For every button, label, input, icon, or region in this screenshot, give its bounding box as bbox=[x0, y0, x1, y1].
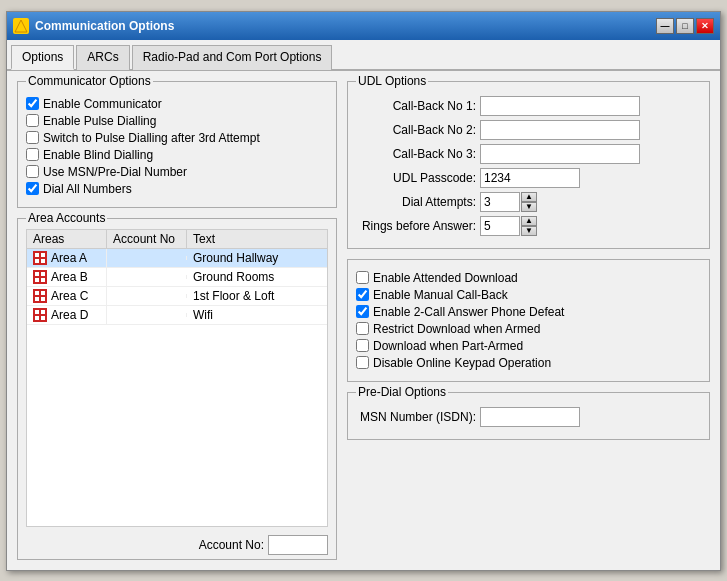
tab-arcs[interactable]: ARCs bbox=[76, 45, 129, 70]
account-no-label: Account No: bbox=[199, 538, 264, 552]
account-cell bbox=[107, 256, 187, 260]
account-cell bbox=[107, 275, 187, 279]
area-accounts-group: Area Accounts Areas Account No Text Area… bbox=[17, 218, 337, 560]
svg-marker-0 bbox=[15, 20, 27, 32]
enable-pulse-label: Enable Pulse Dialling bbox=[43, 114, 156, 128]
callback1-input[interactable] bbox=[480, 96, 640, 116]
table-row[interactable]: Area D Wifi bbox=[27, 306, 327, 325]
enable-comm-label: Enable Communicator bbox=[43, 97, 162, 111]
account-cell bbox=[107, 313, 187, 317]
udl-passcode-input[interactable] bbox=[480, 168, 580, 188]
checkbox-enable-attended: Enable Attended Download bbox=[356, 271, 701, 285]
msn-checkbox[interactable] bbox=[26, 165, 39, 178]
col-header-areas: Areas bbox=[27, 230, 107, 248]
window-title: Communication Options bbox=[35, 19, 174, 33]
download-parmed-label: Download when Part-Armed bbox=[373, 339, 523, 353]
text-cell: Ground Hallway bbox=[187, 249, 327, 267]
checkbox-disable-keypad: Disable Online Keypad Operation bbox=[356, 356, 701, 370]
dial-all-checkbox[interactable] bbox=[26, 182, 39, 195]
area-icon bbox=[33, 308, 47, 322]
checkbox-enable-2call: Enable 2-Call Answer Phone Defeat bbox=[356, 305, 701, 319]
checkbox-enable-comm: Enable Communicator bbox=[26, 97, 328, 111]
svg-rect-19 bbox=[35, 316, 39, 320]
maximize-button[interactable]: □ bbox=[676, 18, 694, 34]
checkbox-download-parmed: Download when Part-Armed bbox=[356, 339, 701, 353]
communicator-options-label: Communicator Options bbox=[26, 74, 153, 88]
dial-attempts-input[interactable] bbox=[480, 192, 520, 212]
enable-attended-checkbox[interactable] bbox=[356, 271, 369, 284]
minimize-button[interactable]: — bbox=[656, 18, 674, 34]
area-cell: Area C bbox=[27, 287, 107, 305]
svg-rect-3 bbox=[41, 253, 45, 257]
col-header-account: Account No bbox=[107, 230, 187, 248]
svg-rect-20 bbox=[41, 316, 45, 320]
svg-rect-2 bbox=[35, 253, 39, 257]
disable-keypad-checkbox[interactable] bbox=[356, 356, 369, 369]
rings-before-input[interactable] bbox=[480, 216, 520, 236]
text-cell: 1st Floor & Loft bbox=[187, 287, 327, 305]
enable-comm-checkbox[interactable] bbox=[26, 97, 39, 110]
rings-before-row: Rings before Answer: ▲ ▼ bbox=[356, 216, 701, 236]
area-cell: Area A bbox=[27, 249, 107, 267]
text-cell: Ground Rooms bbox=[187, 268, 327, 286]
predial-options-group: Pre-Dial Options MSN Number (ISDN): bbox=[347, 392, 710, 440]
enable-pulse-checkbox[interactable] bbox=[26, 114, 39, 127]
callback1-row: Call-Back No 1: bbox=[356, 96, 701, 116]
enable-manual-label: Enable Manual Call-Back bbox=[373, 288, 508, 302]
account-no-input[interactable] bbox=[268, 535, 328, 555]
col-header-text: Text bbox=[187, 230, 327, 248]
svg-rect-7 bbox=[35, 272, 39, 276]
rings-before-spinner: ▲ ▼ bbox=[480, 216, 537, 236]
content-area: Communicator Options Enable Communicator… bbox=[7, 71, 720, 570]
blind-dialling-checkbox[interactable] bbox=[26, 148, 39, 161]
checkbox-blind-dialling: Enable Blind Dialling bbox=[26, 148, 328, 162]
area-cell: Area B bbox=[27, 268, 107, 286]
checkbox-switch-pulse: Switch to Pulse Dialling after 3rd Attem… bbox=[26, 131, 328, 145]
msn-row: MSN Number (ISDN): bbox=[356, 407, 701, 427]
table-row[interactable]: Area A Ground Hallway bbox=[27, 249, 327, 268]
rings-before-down-btn[interactable]: ▼ bbox=[521, 226, 537, 236]
area-icon bbox=[33, 251, 47, 265]
close-button[interactable]: ✕ bbox=[696, 18, 714, 34]
msn-number-input[interactable] bbox=[480, 407, 580, 427]
main-window: Communication Options — □ ✕ Options ARCs… bbox=[6, 11, 721, 571]
checkbox-enable-pulse: Enable Pulse Dialling bbox=[26, 114, 328, 128]
download-parmed-checkbox[interactable] bbox=[356, 339, 369, 352]
table-row[interactable]: Area B Ground Rooms bbox=[27, 268, 327, 287]
enable-manual-checkbox[interactable] bbox=[356, 288, 369, 301]
area-accounts-table: Areas Account No Text Area A Ground Hall… bbox=[26, 229, 328, 527]
account-no-row: Account No: bbox=[18, 531, 336, 559]
svg-rect-8 bbox=[41, 272, 45, 276]
svg-rect-15 bbox=[41, 297, 45, 301]
account-cell bbox=[107, 294, 187, 298]
tab-radio-pad[interactable]: Radio-Pad and Com Port Options bbox=[132, 45, 333, 70]
text-cell: Wifi bbox=[187, 306, 327, 324]
restrict-download-label: Restrict Download when Armed bbox=[373, 322, 540, 336]
disable-keypad-label: Disable Online Keypad Operation bbox=[373, 356, 551, 370]
dial-attempts-row: Dial Attempts: ▲ ▼ bbox=[356, 192, 701, 212]
enable-attended-label: Enable Attended Download bbox=[373, 271, 518, 285]
table-row[interactable]: Area C 1st Floor & Loft bbox=[27, 287, 327, 306]
title-bar-controls: — □ ✕ bbox=[656, 18, 714, 34]
svg-rect-5 bbox=[41, 259, 45, 263]
udl-options-group: UDL Options Call-Back No 1: Call-Back No… bbox=[347, 81, 710, 249]
dial-attempts-spinner-btns: ▲ ▼ bbox=[521, 192, 537, 212]
callback2-input[interactable] bbox=[480, 120, 640, 140]
restrict-download-checkbox[interactable] bbox=[356, 322, 369, 335]
callback3-input[interactable] bbox=[480, 144, 640, 164]
table-header: Areas Account No Text bbox=[27, 230, 327, 249]
switch-pulse-checkbox[interactable] bbox=[26, 131, 39, 144]
callback2-label: Call-Back No 2: bbox=[356, 123, 476, 137]
svg-rect-4 bbox=[35, 259, 39, 263]
callback2-row: Call-Back No 2: bbox=[356, 120, 701, 140]
callback1-label: Call-Back No 1: bbox=[356, 99, 476, 113]
blind-dialling-label: Enable Blind Dialling bbox=[43, 148, 153, 162]
predial-options-label: Pre-Dial Options bbox=[356, 385, 448, 399]
udl-passcode-row: UDL Passcode: bbox=[356, 168, 701, 188]
dial-attempts-down-btn[interactable]: ▼ bbox=[521, 202, 537, 212]
dial-attempts-up-btn[interactable]: ▲ bbox=[521, 192, 537, 202]
enable-2call-checkbox[interactable] bbox=[356, 305, 369, 318]
tab-options[interactable]: Options bbox=[11, 45, 74, 70]
rings-before-up-btn[interactable]: ▲ bbox=[521, 216, 537, 226]
rings-before-label: Rings before Answer: bbox=[356, 219, 476, 233]
